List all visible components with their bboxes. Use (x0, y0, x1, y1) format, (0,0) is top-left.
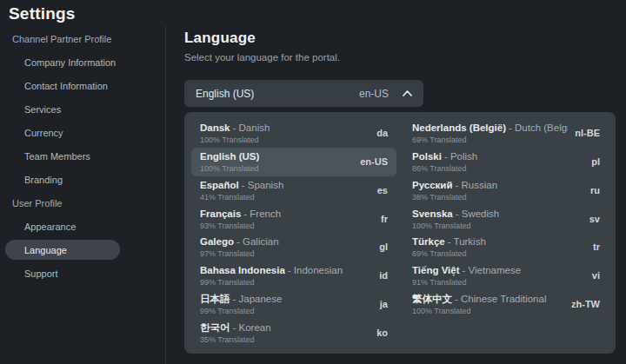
translation-progress: 100% Translated (200, 164, 353, 173)
language-option-es[interactable]: Español- Spanish 41% Translated es (191, 176, 396, 205)
language-select[interactable]: English (US) en-US (184, 80, 423, 107)
sidebar-section-channel-partner-profile: Channel Partner Profile (0, 27, 165, 50)
page-title: Settings (9, 4, 76, 23)
language-option-vi[interactable]: Tiếng Việt- Vietnamese 91% Translated vi (403, 261, 609, 290)
locale-code: ko (376, 328, 388, 338)
language-option-ko[interactable]: 한국어- Korean 35% Translated ko (191, 318, 396, 347)
locale-code: id (379, 270, 388, 281)
locale-code: vi (592, 270, 600, 281)
sidebar-item-contact-information[interactable]: Contact Information (0, 74, 165, 97)
translation-progress: 97% Translated (200, 249, 372, 258)
language-option-ja[interactable]: 日本語- Japanese 99% Translated ja (191, 290, 396, 319)
translation-progress: 35% Translated (200, 335, 370, 344)
translation-progress: 86% Translated (412, 164, 584, 173)
translation-progress: 41% Translated (200, 193, 370, 202)
locale-code: tr (593, 242, 600, 252)
translation-progress: 99% Translated (200, 278, 372, 287)
locale-code: gl (379, 242, 388, 252)
settings-sidebar: Channel Partner Profile Company Informat… (0, 27, 165, 285)
sidebar-item-branding[interactable]: Branding (0, 168, 165, 191)
sidebar-item-services[interactable]: Services (0, 97, 165, 121)
translation-progress: 38% Translated (412, 193, 583, 202)
language-option-id[interactable]: Bahasa Indonesia- Indonesian 99% Transla… (191, 261, 396, 290)
language-option-nl-BE[interactable]: Nederlands (België)- Dutch (Belgium) 69%… (403, 119, 609, 148)
locale-code: zh-TW (571, 299, 600, 309)
locale-code: fr (381, 214, 388, 224)
sidebar-item-appearance[interactable]: Appearance (0, 215, 165, 238)
sidebar-item-support[interactable]: Support (0, 261, 165, 285)
language-option-sv[interactable]: Svenska- Swedish 100% Translated sv (403, 204, 609, 233)
sidebar-item-language[interactable]: Language (5, 240, 120, 260)
translation-progress: 91% Translated (412, 278, 585, 287)
sidebar-section-user-profile: User Profile (0, 191, 165, 215)
locale-code: es (377, 185, 388, 195)
language-option-da[interactable]: Dansk- Danish 100% Translated da (191, 119, 396, 148)
language-option-pl[interactable]: Polski- Polish 86% Translated pl (403, 148, 609, 176)
translation-progress: 93% Translated (200, 222, 374, 230)
translation-progress: 100% Translated (412, 307, 564, 315)
translation-progress: 100% Translated (200, 136, 370, 144)
translation-progress: 99% Translated (200, 307, 373, 315)
sidebar-item-currency[interactable]: Currency (0, 121, 165, 144)
sidebar-item-company-information[interactable]: Company Information (0, 50, 165, 74)
section-heading: Language (184, 30, 256, 47)
language-select-code: en-US (359, 88, 389, 100)
language-option-gl[interactable]: Galego- Galician 97% Translated gl (191, 233, 396, 261)
locale-code: nl-BE (575, 128, 600, 138)
locale-code: da (376, 128, 388, 138)
language-dropdown-panel: Dansk- Danish 100% Translated da English… (184, 112, 616, 354)
locale-code: sv (589, 214, 600, 224)
translation-progress: 69% Translated (412, 249, 586, 258)
section-subtitle: Select your language for the portal. (184, 52, 340, 63)
locale-code: pl (591, 156, 600, 167)
translation-progress: 69% Translated (412, 136, 568, 144)
sidebar-item-team-members[interactable]: Team Members (0, 144, 165, 168)
chevron-up-icon (403, 90, 412, 96)
locale-code: ru (590, 185, 600, 195)
language-option-fr[interactable]: Français- French 93% Translated fr (191, 204, 396, 233)
language-option-tr[interactable]: Türkçe- Turkish 69% Translated tr (403, 233, 609, 261)
language-option-en-US[interactable]: English (US) 100% Translated en-US (191, 148, 396, 176)
locale-code: en-US (360, 156, 388, 167)
sidebar-divider (165, 26, 166, 364)
language-select-value: English (US) (196, 88, 359, 100)
language-option-zh-TW[interactable]: 繁体中文- Chinese Traditional 100% Translate… (403, 290, 609, 319)
translation-progress: 100% Translated (412, 222, 583, 230)
locale-code: ja (380, 299, 388, 309)
language-option-ru[interactable]: Русский- Russian 38% Translated ru (403, 176, 609, 205)
